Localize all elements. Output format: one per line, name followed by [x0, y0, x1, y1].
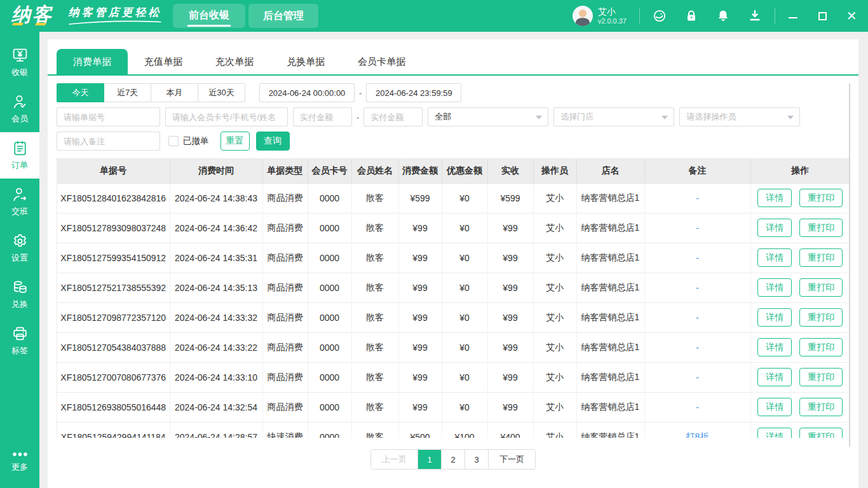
col-discount: 优惠金额	[442, 159, 487, 183]
slogan: 纳客管店更轻松	[67, 5, 163, 27]
close-button[interactable]: ✕	[846, 11, 857, 21]
cell-remark[interactable]: -	[644, 392, 750, 422]
cell-remark[interactable]: -	[644, 273, 750, 302]
document-tabs: 消费单据 充值单据 充次单据 兑换单据 会员卡单据	[48, 39, 858, 76]
cell-store: 纳客营销总店1	[576, 362, 644, 392]
topbar: 纳客 纳客管店更轻松 前台收银 后台管理 艾小 v2.0.0.37	[0, 0, 868, 32]
detail-button[interactable]: 详情	[757, 398, 792, 416]
search-button[interactable]: 查询	[256, 132, 290, 151]
support-icon[interactable]	[653, 9, 667, 23]
tab-exchange-orders[interactable]: 兑换单据	[270, 49, 341, 74]
cell-remark[interactable]: -	[644, 243, 750, 273]
sidebar-item-cashier[interactable]: 收银	[0, 39, 39, 86]
range-month-button[interactable]: 本月	[151, 83, 198, 102]
cell-remark[interactable]: 打8折	[644, 422, 750, 438]
sidebar-item-settings[interactable]: 设置	[0, 225, 39, 271]
cell-amount: ¥99	[398, 332, 442, 362]
lock-icon[interactable]	[684, 9, 698, 23]
label-printer-icon	[11, 325, 29, 342]
reprint-button[interactable]: 重打印	[799, 308, 843, 327]
cell-remark[interactable]: -	[644, 302, 750, 332]
tab-consume-orders[interactable]: 消费单据	[57, 49, 128, 74]
filter-row-actions: 已撤单 重置 查询	[57, 132, 850, 151]
detail-button[interactable]: 详情	[757, 428, 792, 438]
download-icon[interactable]	[748, 9, 762, 23]
tab-recharge-orders[interactable]: 充值单据	[128, 49, 199, 74]
remark-input[interactable]	[57, 132, 160, 151]
table-row: XF1805127599354150912 2024-06-24 14:35:3…	[57, 243, 850, 273]
scrollbar[interactable]	[849, 83, 850, 447]
cell-amount: ¥99	[398, 213, 442, 243]
reprint-button[interactable]: 重打印	[799, 428, 843, 438]
range-7days-button[interactable]: 近7天	[104, 83, 151, 102]
detail-button[interactable]: 详情	[757, 248, 792, 267]
cancelled-checkbox[interactable]	[168, 136, 179, 146]
date-to-input[interactable]	[366, 83, 461, 102]
detail-button[interactable]: 详情	[757, 278, 792, 297]
cell-remark[interactable]: -	[644, 213, 750, 243]
cash-register-icon	[11, 47, 29, 64]
col-card-no: 会员卡号	[308, 159, 351, 183]
reprint-button[interactable]: 重打印	[799, 189, 843, 207]
date-from-input[interactable]	[259, 83, 355, 102]
sidebar-item-orders[interactable]: 订单	[0, 132, 39, 179]
amount-range-separator: -	[356, 112, 359, 122]
reprint-button[interactable]: 重打印	[799, 398, 843, 416]
page-button-1[interactable]: 1	[417, 450, 441, 469]
cell-order-no: XF1805127893098037248	[57, 213, 170, 243]
cell-type: 商品消费	[262, 183, 308, 213]
store-select[interactable]: 选择门店	[553, 107, 674, 126]
cell-actions: 详情 重打印	[750, 332, 850, 362]
col-order-no: 单据号	[57, 159, 170, 183]
reprint-button[interactable]: 重打印	[799, 248, 843, 267]
table-row: XF1805127521738555392 2024-06-24 14:35:1…	[57, 273, 850, 302]
page-button-3[interactable]: 3	[465, 450, 488, 469]
prev-page-button[interactable]: 上一页	[371, 450, 417, 469]
tab-times-orders[interactable]: 充次单据	[199, 49, 270, 74]
sidebar-item-exchange[interactable]: 兑换	[0, 271, 39, 318]
nav-tab-backend-admin[interactable]: 后台管理	[248, 4, 318, 28]
cell-discount: ¥0	[442, 273, 487, 302]
cell-store: 纳客营销总店1	[576, 392, 644, 422]
detail-button[interactable]: 详情	[757, 308, 792, 327]
detail-button[interactable]: 详情	[757, 219, 792, 237]
cell-remark[interactable]: -	[644, 183, 750, 213]
reprint-button[interactable]: 重打印	[799, 278, 843, 297]
range-30days-button[interactable]: 近30天	[198, 83, 245, 102]
sidebar-item-member[interactable]: 会员	[0, 86, 39, 132]
cell-remark[interactable]: -	[644, 332, 750, 362]
cell-card-no: 0000	[308, 243, 351, 273]
cell-amount: ¥99	[398, 302, 442, 332]
cell-card-no: 0000	[308, 362, 351, 392]
reprint-button[interactable]: 重打印	[799, 219, 843, 237]
amount-min-input[interactable]	[293, 107, 352, 126]
table-row: XF1805128401623842816 2024-06-24 14:38:4…	[57, 183, 850, 213]
cell-order-no: XF1805126938055016448	[57, 392, 170, 422]
operator-select[interactable]: 请选择操作员	[679, 107, 800, 126]
avatar[interactable]	[573, 6, 593, 26]
minimize-button[interactable]	[788, 11, 798, 21]
cell-store: 纳客营销总店1	[576, 332, 644, 362]
reprint-button[interactable]: 重打印	[799, 368, 843, 386]
member-search-input[interactable]	[165, 107, 288, 126]
cell-amount: ¥99	[398, 273, 442, 302]
sidebar-item-label[interactable]: 标签	[0, 318, 39, 364]
page-button-2[interactable]: 2	[441, 450, 465, 469]
amount-max-input[interactable]	[363, 107, 423, 126]
detail-button[interactable]: 详情	[757, 338, 792, 356]
sidebar-item-shift[interactable]: 交班	[0, 179, 39, 225]
bell-icon[interactable]	[716, 9, 730, 23]
order-no-input[interactable]	[57, 107, 160, 126]
detail-button[interactable]: 详情	[757, 368, 792, 386]
next-page-button[interactable]: 下一页	[488, 450, 535, 469]
type-select[interactable]: 全部	[428, 107, 548, 126]
maximize-button[interactable]	[817, 11, 827, 21]
sidebar-item-more[interactable]: 更多	[0, 438, 39, 484]
reprint-button[interactable]: 重打印	[799, 338, 843, 356]
cell-remark[interactable]: -	[644, 362, 750, 392]
tab-member-card-orders[interactable]: 会员卡单据	[341, 49, 422, 74]
reset-button[interactable]: 重置	[220, 132, 250, 151]
detail-button[interactable]: 详情	[757, 189, 792, 207]
range-today-button[interactable]: 今天	[57, 83, 104, 102]
nav-tab-front-cashier[interactable]: 前台收银	[173, 4, 245, 28]
